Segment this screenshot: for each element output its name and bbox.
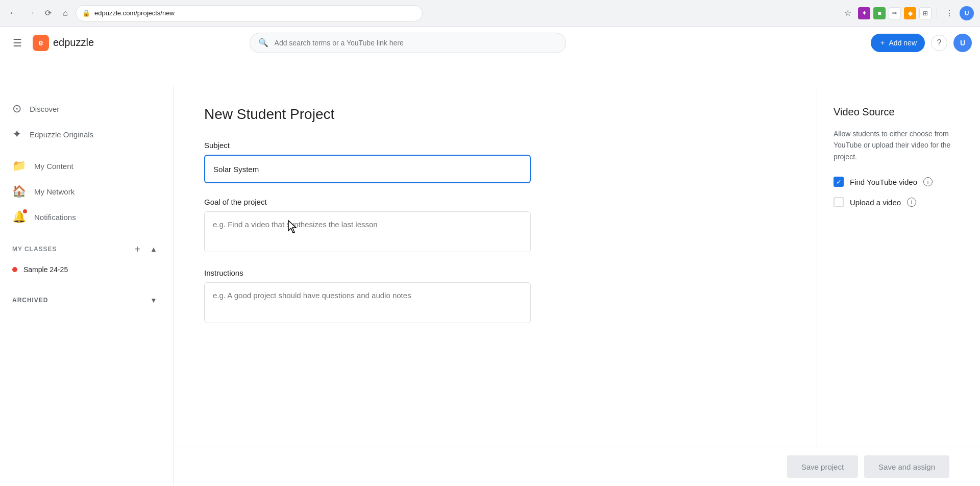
right-panel: Video Source Allow students to either ch… [817,86,980,486]
page-title: New Student Project [204,106,786,123]
ext-icon-orange[interactable]: ◆ [904,7,916,19]
find-youtube-option[interactable]: ✓ Find YouTube video i [834,177,964,187]
instructions-label: Instructions [204,269,786,277]
class-label: Sample 24-25 [23,265,68,274]
add-class-btn[interactable]: + [130,242,144,256]
upload-video-checkbox[interactable] [834,197,844,207]
find-youtube-info-icon[interactable]: i [923,177,933,186]
sidebar-item-notifications[interactable]: 🔔 Notifications [0,204,165,230]
my-network-icon: 🏠 [12,185,26,198]
archived-section[interactable]: ARCHIVED ▼ [0,287,173,313]
upload-video-option[interactable]: Upload a video i [834,197,964,207]
browser-reload-btn[interactable]: ⟳ [41,6,55,20]
search-bar[interactable]: 🔍 [250,33,566,53]
instructions-input[interactable] [204,282,531,323]
goal-label: Goal of the project [204,198,786,206]
collapse-archived-btn[interactable]: ▼ [146,293,161,307]
user-avatar[interactable]: U [953,34,972,52]
sidebar-item-my-content[interactable]: 📁 My Content [0,153,165,179]
notification-dot [23,209,27,213]
browser-menu-btn[interactable]: ⋮ [942,6,957,20]
ext-icon-grid[interactable]: ⊞ [919,7,932,19]
sidebar-item-my-network[interactable]: 🏠 My Network [0,179,165,204]
hamburger-btn[interactable]: ☰ [8,34,27,52]
logo-icon: e [33,35,49,51]
main-wrapper: ⊙ Discover ✦ Edpuzzle Originals 📁 My Con… [0,86,980,486]
my-content-icon: 📁 [12,159,26,173]
main-content: New Student Project Subject Goal of the … [174,86,817,486]
logo-area[interactable]: e edpuzzle [33,35,94,51]
save-project-button[interactable]: Save project [787,455,858,478]
subject-label: Subject [204,141,786,150]
browser-avatar[interactable]: U [960,6,974,20]
app-header: ☰ e edpuzzle 🔍 ＋ Add new ? U [0,27,980,59]
upload-video-info-icon[interactable]: i [907,198,916,207]
my-classes-section: MY CLASSES + ▲ [0,238,173,260]
instructions-section: Instructions [204,269,786,325]
upload-video-label: Upload a video [850,198,901,207]
search-input[interactable] [275,39,557,47]
browser-home-btn[interactable]: ⌂ [58,6,72,20]
browser-back-btn[interactable]: ← [6,6,20,20]
archived-label: ARCHIVED [12,297,48,304]
class-item-sample[interactable]: Sample 24-25 [0,260,173,279]
browser-chrome: ← → ⟳ ⌂ 🔒 edpuzzle.com/projects/new ☆ ✦ … [0,0,980,27]
add-new-button[interactable]: ＋ Add new [871,34,925,52]
my-classes-title: MY CLASSES [12,246,57,253]
notifications-icon-wrapper: 🔔 [12,210,26,224]
find-youtube-label: Find YouTube video [850,178,917,186]
bottom-bar: Save project Save and assign [174,447,980,486]
discover-icon: ⊙ [12,102,21,115]
subject-section: Subject [204,141,786,183]
sidebar-my-content-label: My Content [34,162,74,171]
collapse-classes-btn[interactable]: ▲ [146,242,161,256]
panel-description: Allow students to either choose from You… [834,128,964,162]
browser-forward-btn[interactable]: → [23,6,38,20]
originals-icon: ✦ [12,128,21,141]
help-button[interactable]: ? [931,35,947,51]
panel-title: Video Source [834,106,964,118]
address-bar[interactable]: 🔒 edpuzzle.com/projects/new [76,5,423,21]
url-text: edpuzzle.com/projects/new [94,9,175,17]
subject-input[interactable] [204,155,531,183]
sidebar-originals-label: Edpuzzle Originals [30,130,93,139]
bookmark-btn[interactable]: ☆ [841,6,855,20]
header-right: ＋ Add new ? U [871,34,972,52]
add-new-plus-icon: ＋ [879,38,886,47]
sidebar-discover-label: Discover [30,105,59,113]
search-icon: 🔍 [258,38,268,47]
add-new-label: Add new [889,39,917,47]
find-youtube-checkbox[interactable]: ✓ [834,177,844,187]
sidebar-item-edpuzzle-originals[interactable]: ✦ Edpuzzle Originals [0,121,165,147]
ext-icon-purple[interactable]: ✦ [858,7,870,19]
sidebar: ⊙ Discover ✦ Edpuzzle Originals 📁 My Con… [0,86,174,486]
sidebar-item-discover[interactable]: ⊙ Discover [0,96,165,121]
class-dot [12,267,17,272]
save-and-assign-button[interactable]: Save and assign [864,455,949,478]
goal-input[interactable] [204,211,531,252]
ext-icon-pencil[interactable]: ✏ [889,7,901,19]
goal-section: Goal of the project [204,198,786,254]
sidebar-notifications-label: Notifications [34,213,76,222]
logo-text: edpuzzle [53,37,94,48]
ext-icon-green[interactable]: ■ [873,7,886,19]
lock-icon: 🔒 [82,9,90,17]
sidebar-my-network-label: My Network [34,187,75,196]
